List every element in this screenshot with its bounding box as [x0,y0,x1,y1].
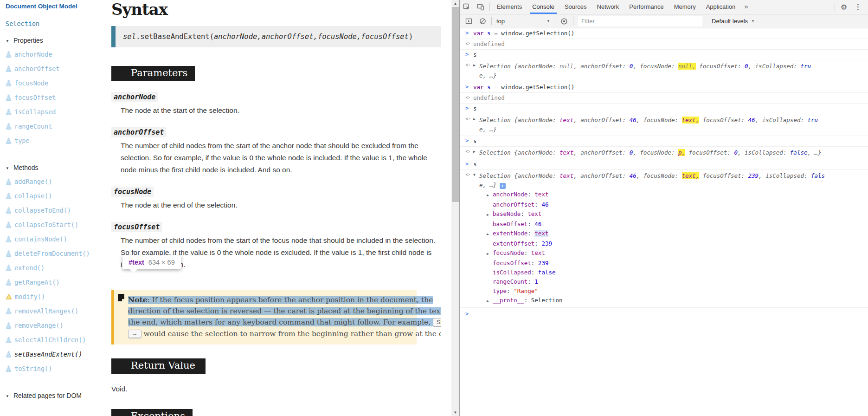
sidebar-item-deleteFromDocument[interactable]: deleteFromDocument() [6,247,106,261]
flask-icon [6,65,12,72]
object-property-type: type: "Range" [487,286,864,296]
disclosure-triangle[interactable]: ▼ [473,171,479,306]
note-line: direction of the selection is reversed —… [128,306,412,317]
sidebar-item-anchorOffset[interactable]: anchorOffset [6,62,106,76]
console-log: >var s = window.getSelection()<·undefine… [460,28,868,318]
info-badge[interactable]: i [500,183,506,189]
prompt-chevron-icon: > [465,30,473,37]
inspect-tooltip: #text634 × 69 [122,255,181,269]
devtools-tab-sources[interactable]: Sources [559,0,592,14]
result-arrow-icon: <· [465,148,473,157]
note-line: → would cause the selection to narrow fr… [128,328,412,339]
prompt-chevron-icon: > [465,105,473,112]
sidebar-item-anchorNode[interactable]: anchorNode [6,47,106,62]
code-close: ) [409,32,413,41]
more-tabs-icon[interactable]: » [740,0,752,14]
sidebar-item-containsNode[interactable]: containsNode() [6,232,106,247]
scrollbar-thumb[interactable] [452,7,459,202]
devtools-tab-memory[interactable]: Memory [669,0,701,14]
scroll-up-arrow[interactable]: ▲ [451,0,459,7]
object-property-extentOffset: extentOffset: 239 [487,239,864,248]
chevron-down-icon: ▼ [6,394,9,398]
note-line: Note: If the focus position appears befo… [128,294,412,306]
sidebar-item-collapseToStart[interactable]: collapseToStart() [6,218,106,232]
sidebar-item-rangeCount[interactable]: rangeCount [6,119,106,134]
scroll-down-arrow[interactable]: ▼ [451,409,459,416]
execution-context-select[interactable]: top ▼ [494,18,553,25]
disclosure-triangle[interactable]: ▶ [487,297,493,306]
flask-icon [6,51,12,58]
chevron-down-icon: ▼ [6,166,9,170]
object-property-anchorNode: ▶anchorNode: text [487,190,864,200]
log-levels-select[interactable]: Default levels ▼ [712,18,755,25]
sidebar-item-removeAllRanges[interactable]: removeAllRanges() [6,304,106,318]
sidebar-item-toString[interactable]: toString() [6,362,106,376]
devtools-tab-application[interactable]: Application [701,0,741,14]
param-description: The node at the start of the selection. [121,104,441,117]
device-toolbar-icon[interactable] [474,0,488,14]
console-sidebar-icon[interactable] [462,18,476,25]
sidebar-section-properties[interactable]: ▼Properties [6,37,106,44]
console-result-row: <·▶Selection {anchorNode: null, anchorOf… [460,60,868,82]
sidebar-item-collapseToEnd[interactable]: collapseToEnd() [6,203,106,218]
console-result-row: <·▶Selection {anchorNode: text, anchorOf… [460,146,868,159]
param-name-anchorNode: anchorNode [111,93,441,101]
console-input-row: >var s = window.getSelection() [460,28,868,39]
sidebar-item-removeRange[interactable]: removeRange() [6,318,106,333]
disclosure-triangle[interactable]: ▶ [473,148,479,157]
note-label: Note [128,295,148,304]
divider [555,17,555,25]
console-result-row: <·▶Selection {anchorNode: text, anchorOf… [460,114,868,136]
live-expression-eye-icon[interactable] [557,18,571,25]
disclosure-triangle[interactable]: ▶ [487,230,493,239]
tooltip-node-name: #text [129,259,144,266]
disclosure-triangle[interactable]: ▶ [473,62,479,80]
devtools-tab-network[interactable]: Network [592,0,624,14]
sidebar-title[interactable]: Document Object Model [6,3,106,10]
sidebar-item-extend[interactable]: extend() [6,261,106,275]
inspect-element-icon[interactable] [460,0,474,14]
code-object: sel [123,32,136,41]
sidebar-item-focusNode[interactable]: focusNode [6,76,106,91]
sidebar-interface-link[interactable]: Selection [6,20,106,27]
sidebar-item-setBaseAndExtent[interactable]: setBaseAndExtent() [6,347,106,362]
object-property-rangeCount: rangeCount: 1 [487,277,864,286]
flask-icon [6,279,12,286]
syntax-code-block: sel.setBaseAndExtent(anchorNode,anchorOf… [111,26,441,47]
sidebar-item-isCollapsed[interactable]: isCollapsed [6,105,106,119]
sidebar-section-methods[interactable]: ▼Methods [6,164,106,171]
devtools-panel: ElementsConsoleSourcesNetworkPerformance… [459,0,868,416]
object-property-extentNode: ▶extentNode: text [487,229,864,239]
object-property-baseNode: ▶baseNode: text [487,209,864,220]
param-description: The number of child nodes from the start… [121,140,441,176]
sidebar-item-modify[interactable]: modify() [6,290,106,304]
flask-icon [6,109,12,115]
warning-icon [6,293,12,300]
disclosure-triangle[interactable]: ▶ [473,116,479,134]
page-scrollbar[interactable]: ▲ ▼ [451,0,459,416]
sidebar-section-related-pages-for-dom[interactable]: ▼Related pages for DOM [6,392,106,399]
sidebar-item-collapse[interactable]: collapse() [6,189,106,203]
flask-icon [6,123,12,130]
disclosure-triangle[interactable]: ▶ [487,249,493,259]
sidebar-item-getRangeAt[interactable]: getRangeAt() [6,275,106,290]
devtools-tab-elements[interactable]: Elements [492,0,527,14]
sidebar-item-addRange[interactable]: addRange() [6,175,106,189]
devtools-tab-console[interactable]: Console [527,0,559,14]
kebab-menu-icon[interactable]: ⋮ [851,3,865,11]
disclosure-triangle[interactable]: ▶ [487,191,493,200]
prompt-chevron-icon: > [465,51,473,58]
devtools-tab-performance[interactable]: Performance [624,0,669,14]
disclosure-triangle[interactable]: ▶ [487,210,493,220]
sidebar-item-focusOffset[interactable]: focusOffset [6,91,106,105]
console-result-row: <·▼Selection {anchorNode: text, anchorOf… [460,169,868,307]
sidebar-item-type[interactable]: type [6,134,106,148]
kbd-right-arrow: → [128,330,141,338]
param-name-focusOffset: focusOffset [111,223,441,231]
chevron-down-icon: ▼ [6,39,9,43]
sidebar-item-selectAllChildren[interactable]: selectAllChildren() [6,333,106,347]
filter-input[interactable] [578,16,702,26]
console-prompt[interactable]: > [460,307,868,318]
settings-gear-icon[interactable]: ⚙ [837,3,851,12]
clear-console-icon[interactable] [476,18,489,25]
